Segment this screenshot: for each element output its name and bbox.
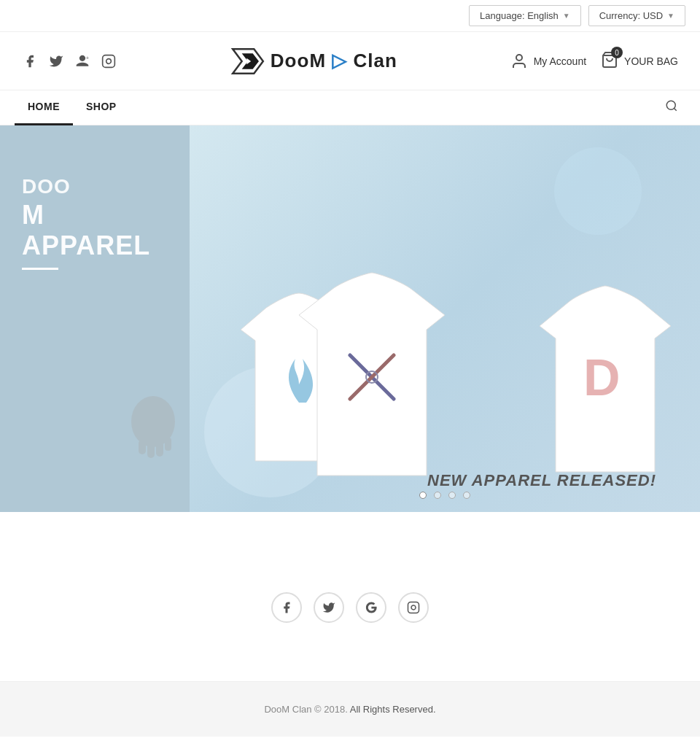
tshirt-right: D <box>532 279 678 483</box>
my-account-button[interactable]: My Account <box>510 53 586 70</box>
hero-apparel-title: DOO M APPAREL <box>22 169 168 260</box>
content-spacer <box>0 512 700 556</box>
dot-1[interactable] <box>419 492 427 499</box>
tshirts-display: D <box>190 125 700 512</box>
dot-4[interactable] <box>463 492 470 499</box>
bag-icon-wrap: 0 <box>601 51 618 71</box>
bag-label: YOUR BAG <box>624 55 678 67</box>
dot-3[interactable] <box>448 492 456 499</box>
footer-bottom: DooM Clan © 2018. All Rights Reserved. <box>0 681 700 737</box>
site-logo[interactable]: DooM ▷ Clan <box>230 43 397 79</box>
svg-rect-12 <box>147 442 155 458</box>
footer-instagram-icon[interactable] <box>398 592 429 623</box>
footer-rights-link[interactable]: All Rights Reserved. <box>350 704 436 715</box>
hero-right-panel: D NEW APPAREL RELEASED! <box>190 125 700 512</box>
account-label: My Account <box>534 55 586 67</box>
slider-dots <box>419 492 470 499</box>
footer-twitter-icon[interactable] <box>314 592 344 623</box>
footer-social-links <box>0 556 700 652</box>
tshirt-middle <box>292 264 452 490</box>
footer-facebook-icon[interactable] <box>271 592 302 623</box>
svg-text:D: D <box>583 349 621 406</box>
svg-rect-14 <box>165 438 171 451</box>
dot-2[interactable] <box>434 492 441 499</box>
footer-brand: DooM Clan <box>264 704 311 715</box>
header-social-links: + <box>22 53 117 69</box>
svg-point-8 <box>666 101 675 109</box>
hero-left-panel: DOO M APPAREL <box>0 125 190 512</box>
currency-label: Currency: USD <box>599 10 663 21</box>
language-label: Language: English <box>480 10 559 21</box>
svg-line-9 <box>674 108 676 110</box>
facebook-icon[interactable] <box>22 53 38 69</box>
svg-rect-13 <box>156 441 163 457</box>
logo-text-right: Clan <box>354 50 397 71</box>
nav-item-home[interactable]: Home <box>15 90 73 125</box>
account-person-icon <box>510 53 528 70</box>
twitter-icon[interactable] <box>48 53 64 69</box>
svg-rect-19 <box>408 602 419 613</box>
main-nav: Home Shop <box>0 90 700 125</box>
logo-icon <box>230 43 266 79</box>
currency-chevron-icon: ▼ <box>667 12 674 20</box>
header-actions: My Account 0 YOUR BAG <box>510 51 678 71</box>
search-icon[interactable] <box>658 99 685 116</box>
logo-icon-text: ▷ <box>332 50 353 71</box>
footer-googleplus-icon[interactable] <box>356 592 386 623</box>
header: + DooM ▷ Clan My Account <box>0 32 700 90</box>
currency-selector[interactable]: Currency: USD ▼ <box>588 5 685 26</box>
logo-text: DooM ▷ Clan <box>271 50 397 72</box>
language-chevron-icon: ▼ <box>563 12 570 20</box>
instagram-icon[interactable] <box>101 53 117 69</box>
hero-decoration <box>124 392 182 468</box>
svg-text:+: + <box>86 55 89 60</box>
hero-slider: DOO M APPAREL <box>0 125 700 512</box>
hero-apparel-label: M APPAREL <box>22 200 150 260</box>
googleplus-icon[interactable]: + <box>74 53 90 69</box>
slide-caption: NEW APPAREL RELEASED! <box>427 471 656 490</box>
logo-text-left: DooM <box>271 50 326 71</box>
nav-item-shop[interactable]: Shop <box>73 90 130 125</box>
language-selector[interactable]: Language: English ▼ <box>469 5 581 26</box>
svg-point-6 <box>516 55 522 61</box>
svg-rect-1 <box>103 55 115 67</box>
footer-year: © 2018. <box>314 704 348 715</box>
your-bag-button[interactable]: 0 YOUR BAG <box>601 51 678 71</box>
hero-underline <box>22 268 58 270</box>
svg-rect-11 <box>139 440 146 454</box>
top-bar: Language: English ▼ Currency: USD ▼ <box>0 0 700 32</box>
bag-count-badge: 0 <box>611 47 623 58</box>
